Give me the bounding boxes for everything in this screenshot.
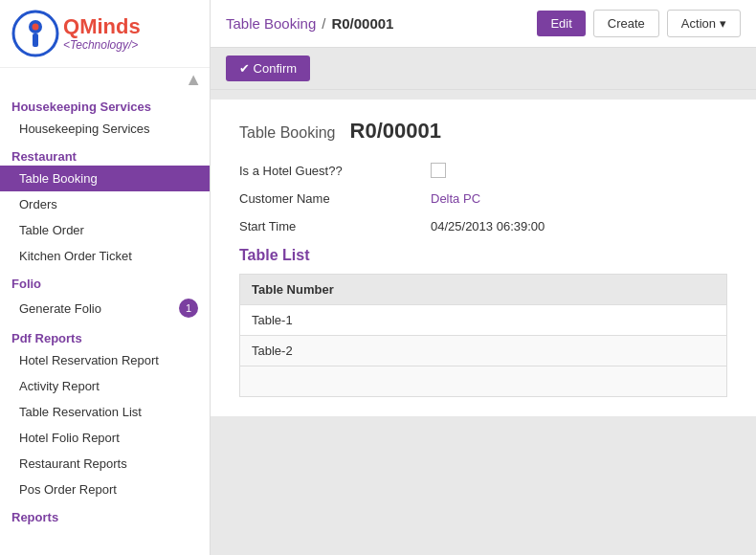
actionbar: ✔ Confirm — [211, 48, 756, 90]
start-time-label: Start Time — [239, 219, 411, 233]
breadcrumb-link[interactable]: Table Booking — [226, 15, 316, 32]
customer-name-label: Customer Name — [239, 191, 411, 206]
table-number-cell: Table-1 — [240, 305, 727, 336]
record-title: Table Booking R0/00001 — [239, 119, 727, 144]
empty-cell — [240, 366, 727, 397]
sidebar-item-hotel-reservation-report[interactable]: Hotel Reservation Report — [0, 347, 210, 373]
sidebar-item-pos-order-report[interactable]: Pos Order Report — [0, 477, 210, 502]
breadcrumb-separator: / — [322, 15, 325, 32]
sidebar-item-table-reservation-list[interactable]: Table Reservation List — [0, 399, 210, 425]
customer-name-value[interactable]: Delta PC — [431, 191, 480, 206]
hotel-guest-label: Is a Hotel Guest?? — [239, 164, 411, 178]
table-row[interactable]: Table-2 — [240, 336, 727, 366]
table-number-header: Table Number — [240, 275, 727, 305]
sidebar-item-restaurant-reports[interactable]: Restaurant Reports — [0, 451, 210, 477]
create-button[interactable]: Create — [593, 10, 659, 37]
svg-rect-3 — [33, 33, 38, 47]
content-card: Table Booking R0/00001 Is a Hotel Guest?… — [211, 100, 756, 416]
start-time-value: 04/25/2013 06:39:00 — [431, 219, 545, 233]
sidebar-item-generate-folio[interactable]: Generate Folio 1 — [0, 293, 210, 323]
sidebar-item-table-booking[interactable]: Table Booking — [0, 166, 210, 191]
record-id: R0/00001 — [350, 119, 441, 143]
main-content: Table Booking / R0/00001 Edit Create Act… — [211, 0, 756, 555]
sidebar-item-activity-report[interactable]: Activity Report — [0, 373, 210, 399]
table-row[interactable]: Table-1 — [240, 305, 727, 336]
sidebar-item-orders[interactable]: Orders — [0, 191, 210, 217]
content-area: Table Booking R0/00001 Is a Hotel Guest?… — [211, 90, 756, 555]
sidebar-item-kitchen-order-ticket[interactable]: Kitchen Order Ticket — [0, 243, 210, 269]
start-time-row: Start Time 04/25/2013 06:39:00 — [239, 219, 727, 233]
sidebar-section-reports: Reports — [0, 502, 210, 526]
breadcrumb-current: R0/00001 — [331, 15, 393, 32]
record-label: Table Booking — [239, 124, 336, 141]
sidebar: QMinds <Technology/> ▲ Housekeeping Serv… — [0, 0, 211, 555]
sidebar-section-pdf-reports: Pdf Reports — [0, 323, 210, 347]
topbar: Table Booking / R0/00001 Edit Create Act… — [211, 0, 756, 48]
svg-point-2 — [33, 24, 39, 31]
breadcrumb: Table Booking / R0/00001 — [226, 15, 393, 32]
table-row-empty — [240, 366, 727, 397]
table-list-table: Table Number Table-1Table-2 — [239, 274, 727, 397]
edit-button[interactable]: Edit — [537, 11, 585, 36]
table-list-title: Table List — [239, 247, 727, 264]
hotel-guest-checkbox[interactable] — [431, 163, 446, 178]
table-number-cell: Table-2 — [240, 336, 727, 366]
logo-tech: <Technology/> — [63, 38, 141, 52]
sidebar-section-restaurant: Restaurant — [0, 142, 210, 166]
customer-name-row: Customer Name Delta PC — [239, 191, 727, 206]
folio-badge: 1 — [179, 299, 198, 318]
logo-text: QMinds <Technology/> — [63, 15, 141, 52]
topbar-actions: Edit Create Action ▾ — [537, 10, 741, 37]
hotel-guest-row: Is a Hotel Guest?? — [239, 163, 727, 178]
action-button-label: Action — [681, 16, 716, 31]
logo-area: QMinds <Technology/> — [0, 0, 210, 68]
confirm-button[interactable]: ✔ Confirm — [226, 56, 310, 81]
logo-minds: QMinds — [63, 15, 141, 38]
scroll-up-indicator: ▲ — [0, 68, 210, 92]
sidebar-section-housekeeping: Housekeeping Services — [0, 92, 210, 116]
sidebar-item-housekeeping-services[interactable]: Housekeeping Services — [0, 116, 210, 142]
sidebar-section-folio: Folio — [0, 269, 210, 293]
sidebar-item-table-order[interactable]: Table Order — [0, 217, 210, 243]
sidebar-item-hotel-folio-report[interactable]: Hotel Folio Report — [0, 425, 210, 451]
chevron-down-icon: ▾ — [720, 16, 726, 31]
generate-folio-label: Generate Folio — [19, 301, 101, 316]
action-button[interactable]: Action ▾ — [667, 10, 741, 37]
logo-icon — [11, 10, 59, 57]
